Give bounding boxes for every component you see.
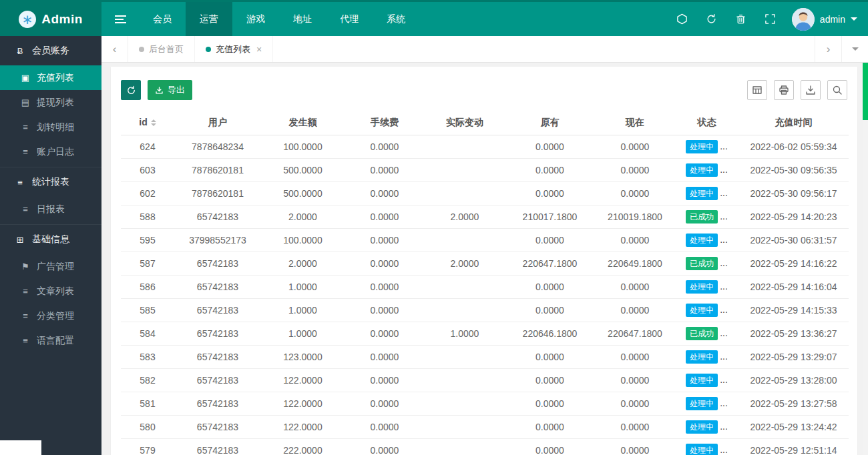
column-header-before: 原有 [505,111,595,135]
table-tools [747,80,847,100]
article-list-icon: ≡ [20,286,31,296]
user-menu[interactable]: admin [785,2,868,36]
cell-id: 580 [121,415,174,438]
sidebar-item-语言配置[interactable]: ≡ 语言配置 [0,328,101,353]
scrollbar-thumb[interactable] [863,63,868,120]
column-label: id [139,117,147,127]
brand[interactable]: ∗ Admin [0,2,101,36]
cell-id: 582 [121,368,174,392]
sidebar-toggle-button[interactable] [101,2,139,36]
tabs-menu-button[interactable] [841,36,868,62]
main-content: 导出 id用户发生额手 [101,63,868,455]
cell-amount: 1.0000 [261,322,345,345]
export-button-label: 导出 [168,84,185,96]
cell-user: 65742183 [174,298,261,322]
chevron-right-icon: › [827,43,831,56]
cell-id: 585 [121,298,174,322]
clear-cache-button[interactable] [726,2,756,36]
cell-fee: 0.0000 [345,135,425,158]
sidebar-item-label: 广告管理 [37,261,74,273]
cell-amount: 500.0000 [261,181,345,205]
sidebar-item-日报表[interactable]: ≡ 日报表 [0,197,101,221]
fullscreen-button[interactable] [756,2,785,36]
cell-time: 2022-06-02 05:59:34 [738,135,849,158]
cell-before: 0.0000 [505,368,595,392]
brand-logo-icon: ∗ [19,11,36,28]
column-label: 实际变动 [446,117,483,127]
nav-item-游戏[interactable]: 游戏 [232,2,279,36]
nav-item-代理[interactable]: 代理 [326,2,373,36]
sidebar-section-items: ▣ 充值列表 ▤ 提现列表 ≡ 划转明细 ≡ 账户日志 [0,65,101,167]
sidebar-item-划转明细[interactable]: ≡ 划转明细 [0,115,101,139]
sidebar-item-账户日志[interactable]: ≡ 账户日志 [0,139,101,164]
nav-item-运营[interactable]: 运营 [186,2,232,36]
cell-before: 0.0000 [505,228,595,252]
status-badge: 处理中 [686,140,718,153]
cell-after: 220647.1800 [595,322,675,345]
status-ellipsis: ... [720,234,728,245]
nav-item-会员[interactable]: 会员 [139,2,186,36]
cell-time: 2022-05-29 13:27:58 [738,392,849,415]
bitcoin-icon: Ƀ [15,46,25,56]
export-button[interactable]: 导出 [148,80,192,100]
cell-before: 0.0000 [505,275,595,298]
nav-item-系统[interactable]: 系统 [373,2,419,36]
sidebar-item-label: 文章列表 [37,286,74,298]
sidebar-section-header[interactable]: Ƀ 会员账务 [0,36,101,65]
search-button[interactable] [827,80,847,100]
status-badge: 处理中 [686,444,718,455]
tab-后台首页[interactable]: 后台首页 × [128,36,195,62]
cell-id: 602 [121,181,174,205]
cell-user: 7878648234 [174,135,261,158]
tab-label: 后台首页 [149,43,184,55]
cell-before: 0.0000 [505,392,595,415]
tab-label: 充值列表 [216,43,250,55]
cell-after: 210019.1800 [595,205,675,228]
sidebar-section-header[interactable]: ⊞ 基础信息 [0,225,101,254]
cell-fee: 0.0000 [345,252,425,275]
tabs-scroll-right-button[interactable]: › [815,36,841,62]
column-header-id[interactable]: id [121,111,174,135]
cell-user: 65742183 [174,252,261,275]
tab-list: 后台首页 × 充值列表 × [128,36,273,62]
withdraw-list-icon: ▤ [20,97,31,107]
sidebar-item-文章列表[interactable]: ≡ 文章列表 [0,279,101,304]
table-card: 导出 id用户发生额手 [111,67,857,455]
component-button[interactable] [668,2,697,36]
cell-after: 0.0000 [595,415,675,438]
refresh-table-button[interactable] [121,80,141,100]
cell-change: 1.0000 [425,322,505,345]
tab-close-icon[interactable]: × [256,44,262,55]
cell-fee: 0.0000 [345,158,425,181]
fullscreen-icon [765,13,776,25]
print-button[interactable] [774,80,794,100]
cell-status: 处理中... [675,228,738,252]
export-file-button[interactable] [801,80,821,100]
status-ellipsis: ... [720,304,728,315]
cell-time: 2022-05-29 14:16:04 [738,275,849,298]
cell-time: 2022-05-30 09:56:35 [738,158,849,181]
tabs-scroll-left-button[interactable]: ‹ [101,36,128,62]
status-badge: 处理中 [686,350,718,364]
table-row: 6027878620181500.00000.00000.00000.0000处… [121,181,849,205]
sidebar-section-header[interactable]: ≡ 统计报表 [0,167,101,197]
cell-fee: 0.0000 [345,392,425,415]
cell-time: 2022-05-29 14:20:23 [738,205,849,228]
sidebar-section-title: 统计报表 [32,176,69,188]
sidebar-item-分类管理[interactable]: ≡ 分类管理 [0,304,101,328]
cell-time: 2022-05-29 14:16:22 [738,252,849,275]
refresh-page-button[interactable] [697,2,726,36]
sidebar-item-广告管理[interactable]: ⚑ 广告管理 [0,254,101,279]
tab-status-dot [139,47,144,52]
sidebar-item-充值列表[interactable]: ▣ 充值列表 [0,65,101,90]
sort-icon[interactable] [151,117,156,129]
sidebar-item-label: 账户日志 [37,146,74,158]
filter-columns-button[interactable] [747,80,767,100]
cell-after: 0.0000 [595,181,675,205]
component-icon [676,13,688,25]
cell-amount: 122.0000 [261,415,345,438]
sidebar-item-提现列表[interactable]: ▤ 提现列表 [0,90,101,115]
nav-item-地址[interactable]: 地址 [279,2,326,36]
tab-充值列表[interactable]: 充值列表 × [195,36,273,62]
column-label: 状态 [698,117,716,127]
